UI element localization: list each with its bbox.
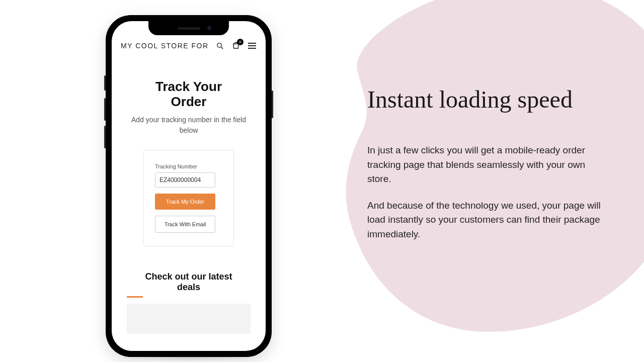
store-name: MY COOL STORE FOR: [121, 42, 209, 50]
tracking-number-label: Tracking Number: [155, 163, 222, 169]
marketing-copy: Instant loading speed In just a few clic…: [302, 0, 644, 362]
phone-screen: MY COOL STORE FOR: [112, 21, 266, 351]
cart-badge: 0: [237, 39, 244, 45]
track-title: Track Your Order: [120, 79, 258, 110]
svg-point-0: [217, 43, 221, 47]
phone-column: MY COOL STORE FOR: [0, 0, 302, 362]
marketing-paragraph-1: In just a few clicks you will get a mobi…: [367, 143, 609, 187]
svg-line-1: [221, 47, 223, 49]
menu-icon[interactable]: [248, 41, 257, 50]
tracking-number-input[interactable]: [155, 172, 215, 188]
cart-icon[interactable]: 0: [231, 41, 240, 50]
marketing-paragraph-2: And because of the technology we used, y…: [367, 199, 609, 242]
track-email-button[interactable]: Track With Email: [155, 216, 215, 233]
track-subtitle: Add your tracking number in the field be…: [120, 115, 258, 136]
deals-placeholder: [127, 304, 251, 334]
deals-title: Check out our latest deals: [120, 272, 258, 293]
store-header: MY COOL STORE FOR: [120, 41, 258, 54]
marketing-headline: Instant loading speed: [367, 85, 609, 113]
track-card: Tracking Number Track My Order Track Wit…: [143, 150, 234, 246]
search-icon[interactable]: [215, 41, 224, 50]
track-order-button[interactable]: Track My Order: [155, 194, 215, 210]
deals-underline: [127, 296, 143, 298]
phone-notch: [148, 21, 229, 35]
phone-mockup: MY COOL STORE FOR: [106, 15, 272, 357]
